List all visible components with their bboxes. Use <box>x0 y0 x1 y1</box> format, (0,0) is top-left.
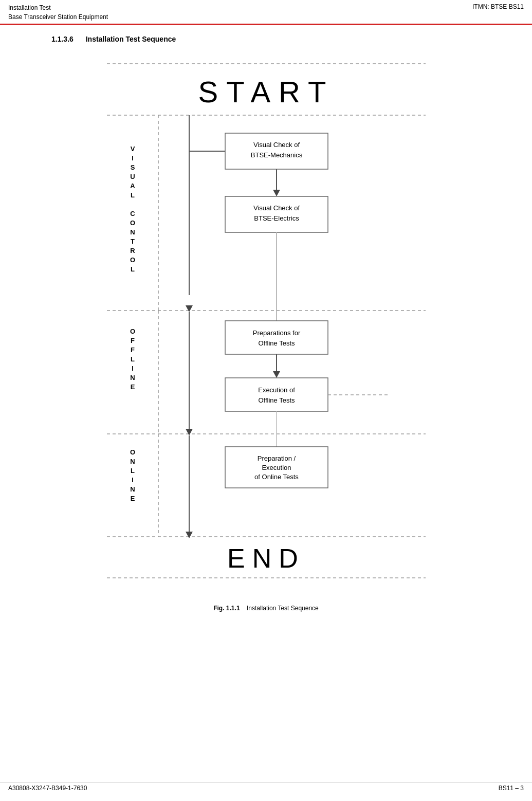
svg-text:O: O <box>130 256 135 264</box>
zone-label-offline: O <box>130 327 135 335</box>
svg-text:N: N <box>130 458 135 465</box>
zone-label-visual: V <box>130 145 135 153</box>
svg-text:L: L <box>131 265 135 273</box>
footer-right: BS11 – 3 <box>499 785 524 792</box>
svg-text:of Online Tests: of Online Tests <box>254 473 299 481</box>
main-content: 1.1.3.6 Installation Test Sequence START… <box>0 25 532 643</box>
svg-text:BTSE-Mechanics: BTSE-Mechanics <box>250 151 302 159</box>
page-footer: A30808-X3247-B349-1-7630 BS11 – 3 <box>0 782 532 792</box>
header-subtitle: Base Transceiver Station Equipment <box>8 12 108 22</box>
header-title: Installation Test <box>8 3 108 12</box>
svg-marker-59 <box>186 532 193 538</box>
header-right: ITMN: BTSE BS11 <box>472 3 524 10</box>
svg-text:U: U <box>130 173 135 180</box>
svg-text:E: E <box>130 383 135 391</box>
svg-marker-40 <box>273 371 280 378</box>
svg-text:L: L <box>131 191 135 199</box>
svg-text:A: A <box>130 182 135 190</box>
figure-label: Fig. 1.1.1 <box>213 605 240 612</box>
svg-text:E: E <box>130 495 135 502</box>
figure-caption-text: Installation Test Sequence <box>247 605 319 612</box>
svg-text:I: I <box>132 476 134 484</box>
svg-text:R: R <box>130 247 135 254</box>
box-preparation-online: Preparation / <box>257 454 296 462</box>
svg-text:L: L <box>131 467 135 475</box>
svg-text:F: F <box>131 346 135 354</box>
svg-text:Offline Tests: Offline Tests <box>258 339 295 347</box>
svg-marker-21 <box>273 190 280 196</box>
svg-text:N: N <box>130 228 135 236</box>
flow-diagram: START V I S U A L C O N T R O L Visual C… <box>107 59 426 598</box>
svg-text:I: I <box>132 154 134 162</box>
svg-text:S: S <box>130 163 135 171</box>
svg-text:C: C <box>130 210 135 217</box>
footer-left: A30808-X3247-B349-1-7630 <box>8 785 87 792</box>
svg-rect-37 <box>225 321 328 354</box>
box-visual-mechanics: Visual Check of <box>253 141 299 149</box>
svg-text:BTSE-Electrics: BTSE-Electrics <box>254 214 299 222</box>
svg-text:L: L <box>131 355 135 363</box>
box-execution-offline: Execution of <box>258 386 295 394</box>
svg-text:F: F <box>131 337 135 344</box>
svg-text:Execution: Execution <box>262 464 291 471</box>
box-preparations-offline: Preparations for <box>252 329 300 337</box>
svg-text:T: T <box>131 238 135 245</box>
figure-caption: Fig. 1.1.1 Installation Test Sequence <box>31 605 501 612</box>
section-number: 1.1.3.6 <box>51 35 74 43</box>
page-header: Installation Test Base Transceiver Stati… <box>0 0 532 25</box>
zone-label-online: O <box>130 448 135 456</box>
svg-text:I: I <box>132 365 134 372</box>
svg-rect-41 <box>225 378 328 411</box>
svg-text:N: N <box>130 485 135 493</box>
header-left: Installation Test Base Transceiver Stati… <box>8 3 108 22</box>
svg-text:O: O <box>130 219 135 227</box>
start-text: START <box>198 75 334 108</box>
svg-marker-26 <box>186 305 193 312</box>
section-title: Installation Test Sequence <box>86 35 176 43</box>
header-doc-id: ITMN: BTSE BS11 <box>472 3 524 10</box>
svg-marker-45 <box>186 429 193 435</box>
box-visual-electrics: Visual Check of <box>253 204 299 212</box>
end-text: END <box>227 543 305 573</box>
svg-text:N: N <box>130 374 135 381</box>
section-heading: 1.1.3.6 Installation Test Sequence <box>31 35 501 43</box>
svg-text:Offline Tests: Offline Tests <box>258 396 295 404</box>
